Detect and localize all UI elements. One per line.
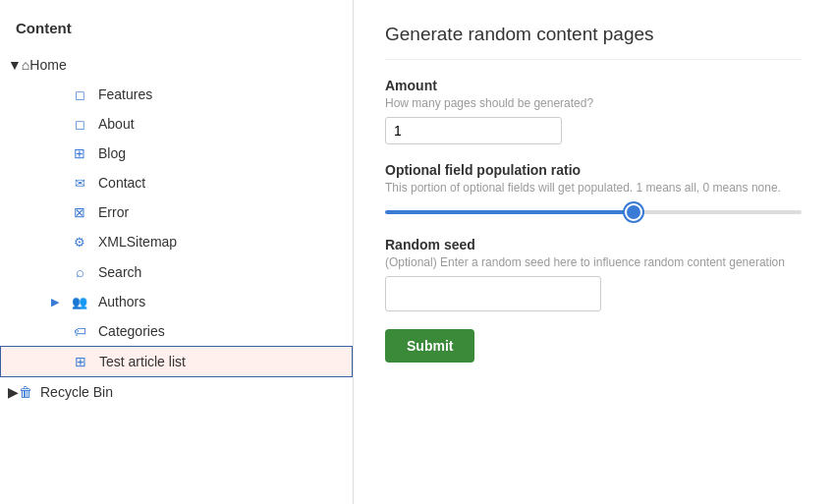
seed-section: Random seed (Optional) Enter a random se… (385, 237, 802, 311)
sidebar-item-authors[interactable]: ▶ 👥 Authors (0, 287, 353, 316)
sidebar-item-error[interactable]: ▶ ⊠ Error (0, 197, 353, 227)
blog-icon: ⊞ (69, 145, 90, 161)
ratio-hint: This portion of optional fields will get… (385, 181, 802, 195)
seed-hint: (Optional) Enter a random seed here to i… (385, 255, 802, 269)
mail-icon: ✉ (69, 176, 90, 191)
error-icon: ⊠ (69, 204, 90, 220)
sidebar-item-test-article-list[interactable]: ▶ ⊞ Test article list (0, 346, 353, 377)
home-icon: ⌂ (22, 57, 29, 73)
ratio-section: Optional field population ratio This por… (385, 162, 802, 217)
sidebar-item-label: Test article list (99, 354, 186, 369)
authors-icon: 👥 (69, 295, 90, 309)
seed-input[interactable] (385, 276, 601, 311)
sidebar-item-label: Contact (98, 175, 145, 191)
ratio-label: Optional field population ratio (385, 162, 802, 178)
sidebar-item-label: XMLSitemap (98, 234, 177, 250)
sidebar-item-blog[interactable]: ▶ ⊞ Blog (0, 139, 353, 168)
sidebar-item-label: Recycle Bin (40, 384, 113, 400)
search-icon: ⌕ (69, 263, 90, 280)
sidebar-item-label: Authors (98, 294, 145, 309)
ratio-slider-container (385, 201, 802, 217)
main-content: Generate random content pages Amount How… (354, 0, 833, 504)
amount-input[interactable] (385, 117, 562, 144)
amount-hint: How many pages should be generated? (385, 96, 802, 110)
page-icon: ◻ (69, 87, 90, 102)
sidebar-item-label: About (98, 116, 135, 132)
list-icon: ⊞ (70, 354, 91, 369)
sidebar-item-label: Home (29, 57, 66, 73)
chevron-right-icon: ▶ (51, 296, 65, 308)
sidebar-item-label: Error (98, 204, 129, 220)
sidebar-item-recycle-bin[interactable]: ▶ 🗑 Recycle Bin (0, 377, 353, 407)
submit-button[interactable]: Submit (385, 329, 474, 363)
categories-icon: 🏷 (69, 324, 90, 339)
page-icon: ◻ (69, 117, 90, 132)
sidebar-item-label: Features (98, 86, 152, 102)
sidebar-item-categories[interactable]: ▶ 🏷 Categories (0, 316, 353, 346)
sidebar-item-about[interactable]: ▶ ◻ About (0, 109, 353, 139)
ratio-slider[interactable] (385, 210, 802, 214)
sidebar-item-label: Search (98, 264, 141, 280)
sidebar: Content ▼ ⌂ Home ▶ ◻ Features ▶ ◻ About … (0, 0, 354, 504)
sidebar-item-contact[interactable]: ▶ ✉ Contact (0, 168, 353, 197)
sidebar-item-label: Categories (98, 323, 165, 339)
sidebar-item-features[interactable]: ▶ ◻ Features (0, 80, 353, 109)
xml-icon: ⚙ (69, 235, 90, 250)
sidebar-item-label: Blog (98, 145, 126, 161)
sidebar-title: Content (0, 10, 353, 50)
sidebar-item-search[interactable]: ▶ ⌕ Search (0, 256, 353, 287)
trash-icon: 🗑 (19, 384, 32, 400)
chevron-down-icon: ▼ (8, 57, 22, 73)
page-title: Generate random content pages (385, 24, 802, 60)
sidebar-item-home[interactable]: ▼ ⌂ Home (0, 50, 353, 80)
seed-label: Random seed (385, 237, 802, 252)
amount-section: Amount How many pages should be generate… (385, 78, 802, 144)
sidebar-item-xmlsitemap[interactable]: ▶ ⚙ XMLSitemap (0, 227, 353, 256)
chevron-right-icon: ▶ (8, 384, 19, 400)
amount-label: Amount (385, 78, 802, 93)
